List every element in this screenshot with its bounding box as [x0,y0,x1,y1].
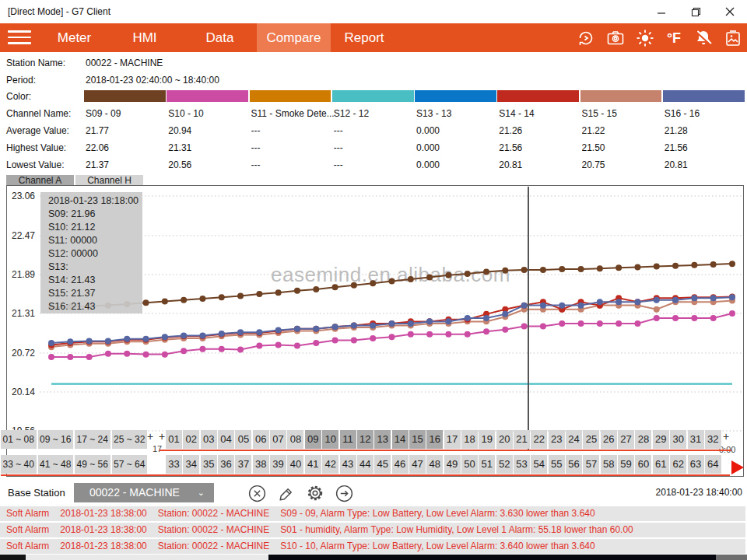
channel-number-31[interactable]: 31 [688,430,704,449]
channel-number-30[interactable]: 30 [670,430,686,449]
channel-number-33[interactable]: 33 [166,455,182,474]
channel-number-24[interactable]: 24 [566,430,582,449]
channel-number-16[interactable]: 16 [426,430,443,449]
close-button[interactable] [713,0,747,23]
camera-icon[interactable] [605,29,626,47]
export-icon[interactable] [333,482,355,504]
channel-number-28[interactable]: 28 [635,430,651,449]
range-button-49-56[interactable]: 49 ~ 56 [75,455,110,474]
channel-number-55[interactable]: 55 [549,455,565,474]
range-button-17-24[interactable]: 17 ~ 24 [75,430,110,449]
channel-number-09[interactable]: 09 [305,430,321,449]
base-station-dropdown[interactable]: 00022 - MACHINE ⌄ [74,483,214,502]
channel-number-40[interactable]: 40 [287,455,303,474]
channel-number-11[interactable]: 11 [340,430,356,449]
range-button-25-32[interactable]: 25 ~ 32 [112,430,148,449]
channel-number-49[interactable]: 49 [444,455,461,474]
channel-number-14[interactable]: 14 [392,430,409,449]
channel-number-56[interactable]: 56 [566,455,582,474]
channel-number-32[interactable]: 32 [705,430,721,449]
channel-number-02[interactable]: 02 [183,430,199,449]
restore-button[interactable] [679,0,713,23]
range-button-09-16[interactable]: 09 ~ 16 [38,430,74,449]
scroll-right-arrow[interactable] [731,460,744,474]
channel-number-52[interactable]: 52 [496,455,513,474]
channel-number-44[interactable]: 44 [357,455,374,474]
expand-plus-button[interactable]: + [159,430,165,443]
channel-number-60[interactable]: 60 [635,455,651,474]
channel-number-20[interactable]: 20 [496,430,513,449]
channel-number-57[interactable]: 57 [583,455,599,474]
nav-item-compare[interactable]: Compare [257,23,331,52]
brightness-icon[interactable] [635,29,655,47]
settings-icon[interactable] [304,482,326,504]
channel-number-06[interactable]: 06 [253,430,269,449]
channel-number-47[interactable]: 47 [409,455,426,474]
edit-icon[interactable] [275,482,297,504]
range-button-33-40[interactable]: 33 ~ 40 [1,455,37,474]
channel-number-17[interactable]: 17 [444,430,461,449]
snapshot-gallery-icon[interactable] [723,29,743,47]
channel-number-58[interactable]: 58 [601,455,617,474]
channel-number-62[interactable]: 62 [670,455,686,474]
alarm-mute-icon[interactable] [693,29,714,47]
channel-number-03[interactable]: 03 [201,430,217,449]
channel-number-18[interactable]: 18 [461,430,478,449]
nav-item-report[interactable]: Report [340,23,388,52]
cancel-icon[interactable] [246,482,268,504]
range-button-41-48[interactable]: 41 ~ 48 [38,455,74,474]
minimize-button[interactable] [644,0,679,23]
channel-number-39[interactable]: 39 [270,455,286,474]
channel-number-41[interactable]: 41 [305,455,321,474]
channel-number-45[interactable]: 45 [374,455,391,474]
channel-number-54[interactable]: 54 [531,455,547,474]
expand-plus-button[interactable]: + [723,430,729,443]
channel-number-35[interactable]: 35 [201,455,217,474]
channel-number-23[interactable]: 23 [549,430,565,449]
channel-number-12[interactable]: 12 [357,430,374,449]
channel-number-07[interactable]: 07 [270,430,286,449]
expand-plus-button[interactable]: + [147,430,153,443]
channel-number-51[interactable]: 51 [479,455,495,474]
channel-number-53[interactable]: 53 [514,455,530,474]
tab-channel-a[interactable]: Channel A [6,175,74,186]
alarm-row[interactable]: Soft Alarm2018-01-23 18:38:00Station: 00… [0,506,745,521]
channel-number-22[interactable]: 22 [531,430,547,449]
alarm-row[interactable]: Soft Alarm2018-01-23 18:38:00Station: 00… [0,523,745,537]
fahrenheit-toggle[interactable]: °F [664,29,684,47]
channel-number-26[interactable]: 26 [601,430,617,449]
channel-number-04[interactable]: 04 [218,430,234,449]
channel-number-13[interactable]: 13 [374,430,391,449]
range-button-01-08[interactable]: 01 ~ 08 [1,430,37,449]
nav-item-meter[interactable]: Meter [53,23,96,52]
channel-number-48[interactable]: 48 [426,455,443,474]
channel-number-37[interactable]: 37 [235,455,251,474]
menu-icon[interactable] [8,30,31,45]
channel-number-59[interactable]: 59 [618,455,634,474]
alarm-row[interactable]: Soft Alarm2018-01-23 18:38:00Station: 00… [0,539,745,554]
nav-item-data[interactable]: Data [198,23,241,52]
channel-number-46[interactable]: 46 [392,455,409,474]
nav-item-hmi[interactable]: HMI [124,23,165,52]
channel-number-42[interactable]: 42 [322,455,338,474]
channel-number-15[interactable]: 15 [409,430,426,449]
channel-number-21[interactable]: 21 [514,430,530,449]
channel-number-10[interactable]: 10 [322,430,338,449]
channel-number-34[interactable]: 34 [183,455,199,474]
channel-number-29[interactable]: 29 [653,430,669,449]
channel-number-05[interactable]: 05 [235,430,251,449]
channel-number-43[interactable]: 43 [340,455,356,474]
channel-number-50[interactable]: 50 [461,455,478,474]
channel-number-36[interactable]: 36 [218,455,234,474]
channel-number-08[interactable]: 08 [287,430,303,449]
tab-channel-h[interactable]: Channel H [75,175,143,186]
channel-number-64[interactable]: 64 [705,455,721,474]
channel-number-61[interactable]: 61 [653,455,669,474]
channel-number-25[interactable]: 25 [583,430,599,449]
channel-number-01[interactable]: 01 [166,430,182,449]
range-button-57-64[interactable]: 57 ~ 64 [112,455,148,474]
channel-number-38[interactable]: 38 [253,455,269,474]
sync-icon[interactable] [576,29,596,47]
channel-number-63[interactable]: 63 [688,455,704,474]
channel-number-27[interactable]: 27 [618,430,634,449]
